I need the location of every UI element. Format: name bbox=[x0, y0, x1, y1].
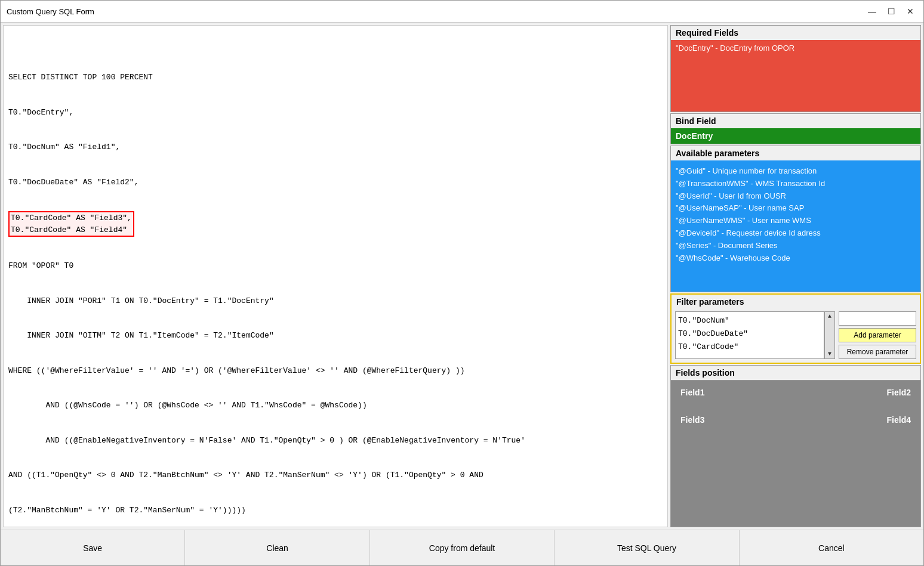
field-cell-3: Field3 bbox=[676, 413, 793, 435]
required-fields-section: Required Fields "DocEntry" - DocEntry fr… bbox=[670, 25, 921, 112]
scroll-up-arrow[interactable]: ▲ bbox=[828, 313, 831, 320]
filter-list-container: T0."DocNum" T0."DocDueDate" T0."CardCode… bbox=[675, 311, 835, 359]
sql-line-5: T0."CardCode" AS "Field3",T0."CardCode" … bbox=[8, 211, 663, 237]
cancel-button[interactable]: Cancel bbox=[740, 530, 923, 565]
maximize-button[interactable]: ☐ bbox=[884, 4, 898, 18]
filter-item-3[interactable]: T0."CardCode" bbox=[678, 341, 821, 354]
sql-line-13: AND ((T1."OpenQty" <> 0 AND T2."ManBtchN… bbox=[8, 469, 663, 481]
sql-line-3: T0."DocNum" AS "Field1", bbox=[8, 141, 663, 153]
param-3: "@UserId" - User Id from OUSR bbox=[676, 190, 916, 203]
param-5: "@UserNameWMS" - User name WMS bbox=[676, 215, 916, 227]
bind-field-value: DocEntry bbox=[671, 128, 920, 144]
available-params-section: Available parameters "@Guid" - Unique nu… bbox=[670, 146, 921, 292]
available-params-title: Available parameters bbox=[671, 146, 920, 160]
available-params-content: "@Guid" - Unique number for transaction … bbox=[671, 160, 920, 292]
minimize-button[interactable]: — bbox=[865, 4, 879, 18]
filter-item-2[interactable]: T0."DocDueDate" bbox=[678, 327, 821, 341]
filter-list[interactable]: T0."DocNum" T0."DocDueDate" T0."CardCode… bbox=[675, 311, 824, 359]
scroll-down-arrow[interactable]: ▼ bbox=[828, 351, 831, 357]
right-panel: Required Fields "DocEntry" - DocEntry fr… bbox=[670, 25, 921, 527]
sql-editor[interactable]: SELECT DISTINCT TOP 100 PERCENT T0."DocE… bbox=[3, 25, 668, 527]
required-fields-text: "DocEntry" - DocEntry from OPOR bbox=[676, 44, 794, 52]
field-cell-2: Field2 bbox=[798, 385, 916, 408]
sql-line-14: (T2."ManBtchNum" = 'Y' OR T2."ManSerNum"… bbox=[8, 505, 663, 516]
sql-line-1: SELECT DISTINCT TOP 100 PERCENT bbox=[8, 72, 663, 83]
param-2: "@TransactionWMS" - WMS Transaction Id bbox=[676, 178, 916, 190]
sql-line-10: WHERE (('@WhereFilterValue' = '' AND '='… bbox=[8, 365, 663, 377]
sql-text: SELECT DISTINCT TOP 100 PERCENT T0."DocE… bbox=[8, 48, 663, 527]
required-fields-content: "DocEntry" - DocEntry from OPOR bbox=[671, 40, 920, 112]
title-controls: — ☐ ✕ bbox=[865, 4, 917, 18]
param-7: "@Series" - Document Series bbox=[676, 240, 916, 252]
sql-line-9: INNER JOIN "OITM" T2 ON T1."ItemCode" = … bbox=[8, 330, 663, 342]
filter-params-content: T0."DocNum" T0."DocDueDate" T0."CardCode… bbox=[672, 309, 920, 363]
highlight-field3: T0."CardCode" AS "Field3",T0."CardCode" … bbox=[8, 211, 134, 237]
filter-right-controls: Add parameter Remove parameter bbox=[839, 311, 916, 359]
filter-scrollbar[interactable]: ▲ ▼ bbox=[824, 311, 835, 359]
main-content: SELECT DISTINCT TOP 100 PERCENT T0."DocE… bbox=[1, 23, 923, 530]
fields-position-section: Fields position Field1 Field2 Field3 Fie… bbox=[670, 365, 921, 527]
window-title: Custom Query SQL Form bbox=[7, 7, 94, 16]
sql-line-12: AND ((@EnableNegativeInventory = N'False… bbox=[8, 435, 663, 447]
bind-field-section: Bind Field DocEntry bbox=[670, 113, 921, 144]
save-button[interactable]: Save bbox=[1, 530, 185, 565]
param-1: "@Guid" - Unique number for transaction bbox=[676, 165, 916, 178]
filter-param-input[interactable] bbox=[839, 311, 916, 326]
clean-button[interactable]: Clean bbox=[185, 530, 369, 565]
main-window: Custom Query SQL Form — ☐ ✕ SELECT DISTI… bbox=[0, 0, 924, 566]
field-cell-1: Field1 bbox=[676, 385, 793, 408]
fields-position-title: Fields position bbox=[671, 366, 920, 381]
close-button[interactable]: ✕ bbox=[903, 4, 917, 18]
sql-line-8: INNER JOIN "POR1" T1 ON T0."DocEntry" = … bbox=[8, 295, 663, 307]
remove-parameter-button[interactable]: Remove parameter bbox=[839, 345, 916, 359]
add-parameter-button[interactable]: Add parameter bbox=[839, 328, 916, 342]
bind-field-title: Bind Field bbox=[671, 114, 920, 128]
filter-params-section: Filter parameters T0."DocNum" T0."DocDue… bbox=[670, 293, 921, 364]
field-cell-4: Field4 bbox=[798, 413, 916, 435]
filter-params-title: Filter parameters bbox=[672, 295, 920, 309]
test-sql-button[interactable]: Test SQL Query bbox=[555, 530, 739, 565]
title-bar: Custom Query SQL Form — ☐ ✕ bbox=[1, 1, 923, 23]
sql-line-2: T0."DocEntry", bbox=[8, 107, 663, 119]
copy-from-default-button[interactable]: Copy from default bbox=[370, 530, 555, 565]
sql-line-7: FROM "OPOR" T0 bbox=[8, 260, 663, 272]
param-8: "@WhsCode" - Warehouse Code bbox=[676, 252, 916, 265]
sql-line-4: T0."DocDueDate" AS "Field2", bbox=[8, 177, 663, 188]
fields-grid: Field1 Field2 Field3 Field4 bbox=[671, 381, 920, 440]
param-4: "@UserNameSAP" - User name SAP bbox=[676, 202, 916, 215]
filter-item-1[interactable]: T0."DocNum" bbox=[678, 314, 821, 327]
param-6: "@DeviceId" - Requester device Id adress bbox=[676, 227, 916, 240]
toolbar: Save Clean Copy from default Test SQL Qu… bbox=[1, 530, 923, 565]
required-fields-title: Required Fields bbox=[671, 26, 920, 40]
sql-line-11: AND ((@WhsCode = '') OR (@WhsCode <> '' … bbox=[8, 400, 663, 412]
